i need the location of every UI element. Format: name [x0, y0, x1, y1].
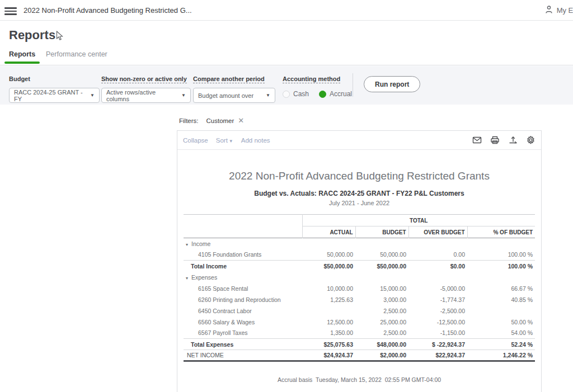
cell-value: 1,350.00: [302, 328, 355, 339]
report-table-body: ▾Income4105 Foundation Grants50,000.0050…: [184, 238, 535, 361]
table-row: Total Expenses$25,075.63$48,000.00$ -22,…: [184, 339, 535, 350]
collapse-section-icon[interactable]: ▾: [186, 242, 188, 247]
table-row: Total Income$50,000.00$50,000.00$0.00100…: [184, 261, 535, 272]
cell-value: $50,000.00: [302, 261, 355, 272]
row-label: NET INCOME: [184, 350, 302, 361]
total-group-header: TOTAL: [302, 215, 535, 226]
filter-chip-customer[interactable]: Customer ✕: [206, 117, 245, 124]
show-nonzero-label[interactable]: Show non-zero or active only: [101, 75, 187, 83]
collapse-button[interactable]: Collapse: [183, 137, 208, 144]
cell-value: 12,500.00: [302, 317, 355, 328]
chevron-down-icon: ▼: [266, 93, 270, 98]
chevron-down-icon: ▼: [90, 93, 95, 98]
radio-accrual-label: Accrual: [330, 90, 352, 98]
row-label: ▾Expenses: [184, 272, 302, 283]
budget-dropdown[interactable]: RACC 2024-25 GRANT - FY ▼: [9, 88, 100, 103]
cell-value: [355, 238, 408, 249]
accounting-method-label[interactable]: Accounting method: [283, 75, 340, 83]
compare-period-dropdown[interactable]: Budget amount over ▼: [193, 88, 275, 103]
row-label: 6567 Payroll Taxes: [184, 328, 302, 339]
cell-value: [302, 238, 355, 249]
report-period: July 2021 - June 2022: [177, 200, 541, 206]
page-title: Reports: [9, 28, 55, 42]
table-row: 6260 Printing and Reproduction1,225.633,…: [184, 294, 535, 305]
row-label: 6165 Space Rental: [184, 283, 302, 294]
table-row: NET INCOME$24,924.37$2,000.00$22,924.371…: [184, 350, 535, 361]
cell-value: 40.85 %: [467, 294, 535, 305]
radio-accrual[interactable]: Accrual: [319, 90, 352, 98]
row-label: Total Income: [184, 261, 302, 272]
cell-value: $0.00: [408, 261, 467, 272]
report-filter-bar: Budget RACC 2024-25 GRANT - FY ▼ Show no…: [0, 66, 573, 105]
tab-performance-center[interactable]: Performance center: [46, 50, 107, 58]
print-icon[interactable]: [490, 135, 500, 145]
table-row: 6560 Salary & Wages12,500.0025,000.00-12…: [184, 317, 535, 328]
cell-value: 2,500.00: [355, 305, 408, 317]
column-header-budget: BUDGET: [355, 226, 408, 238]
table-row: ▾Expenses: [184, 272, 535, 283]
export-icon[interactable]: [508, 135, 518, 145]
filter-chip-label: Customer: [206, 117, 234, 124]
report-card-toolbar: Collapse Sort▼ Add notes: [177, 131, 541, 150]
cell-value: 50,000.00: [302, 249, 355, 261]
compare-period-label[interactable]: Compare another period: [193, 75, 265, 83]
cell-value: [467, 305, 535, 317]
run-report-button[interactable]: Run report: [364, 76, 420, 92]
report-subtitle: Budget vs. Actuals: RACC 2024-25 GRANT -…: [177, 190, 541, 197]
cell-value: $50,000.00: [355, 261, 408, 272]
active-filters-row: Filters: Customer ✕: [179, 117, 244, 124]
cell-value: [355, 272, 408, 283]
compare-period-dropdown-value: Budget amount over: [198, 92, 253, 99]
column-header-pct-of-budget: % OF BUDGET: [467, 226, 535, 238]
filters-label: Filters:: [179, 117, 199, 124]
budget-label: Budget: [9, 75, 30, 82]
table-row: 6450 Contract Labor2,500.00-2,500.00: [184, 305, 535, 317]
divider: [353, 73, 353, 97]
cell-value: [302, 305, 355, 317]
table-row: 6567 Payroll Taxes1,350.002,500.00-1,150…: [184, 328, 535, 339]
cell-value: 50.00 %: [467, 317, 535, 328]
top-bar: 2022 Non-Profit Advanced Budgeting Restr…: [0, 0, 573, 21]
cell-value: [467, 272, 535, 283]
row-label: ▾Income: [184, 238, 302, 249]
report-title: 2022 Non-Profit Advanced Budgeting Restr…: [177, 170, 541, 182]
show-nonzero-dropdown[interactable]: Active rows/active columns ▼: [101, 88, 191, 103]
cell-value: 100.00 %: [467, 261, 535, 272]
row-label: 6560 Salary & Wages: [184, 317, 302, 328]
collapse-section-icon[interactable]: ▾: [186, 276, 188, 281]
tab-bar: Reports Performance center: [0, 50, 573, 65]
table-row: 4105 Foundation Grants50,000.0050,000.00…: [184, 249, 535, 261]
cell-value: 0.00: [408, 249, 467, 261]
tab-reports[interactable]: Reports: [9, 50, 35, 58]
cell-value: 15,000.00: [355, 283, 408, 294]
cell-value: -2,500.00: [408, 305, 467, 317]
radio-selected-icon: [319, 91, 326, 98]
radio-cash[interactable]: Cash: [283, 90, 309, 98]
cell-value: 3,000.00: [355, 294, 408, 305]
report-card: Collapse Sort▼ Add notes 2022 Non-Profit…: [177, 130, 542, 392]
add-notes-button[interactable]: Add notes: [241, 137, 270, 144]
column-header-over-budget: OVER BUDGET: [408, 226, 467, 238]
cell-value: 1,225.63: [302, 294, 355, 305]
row-label: 6450 Contract Labor: [184, 305, 302, 317]
chevron-down-icon: ▼: [181, 93, 186, 98]
sort-dropdown[interactable]: Sort▼: [216, 137, 233, 144]
row-label: Total Expenses: [184, 339, 302, 350]
window-title: 2022 Non-Profit Advanced Budgeting Restr…: [24, 6, 192, 15]
cell-value: $2,000.00: [355, 350, 408, 361]
radio-cash-label: Cash: [293, 90, 309, 98]
cell-value: -5,000.00: [408, 283, 467, 294]
email-icon[interactable]: [472, 135, 482, 145]
cell-value: -1,774.37: [408, 294, 467, 305]
table-row: ▾Income: [184, 238, 535, 249]
cell-value: 50,000.00: [355, 249, 408, 261]
my-experts-button[interactable]: My Exp: [544, 5, 573, 16]
cell-value: $22,924.37: [408, 350, 467, 361]
hamburger-menu-icon[interactable]: [4, 6, 17, 15]
cell-value: -12,500.00: [408, 317, 467, 328]
cell-value: 2,500.00: [355, 328, 408, 339]
settings-icon[interactable]: [526, 135, 536, 145]
cell-value: $24,924.37: [302, 350, 355, 361]
cell-value: [408, 238, 467, 249]
remove-filter-icon[interactable]: ✕: [238, 117, 244, 124]
